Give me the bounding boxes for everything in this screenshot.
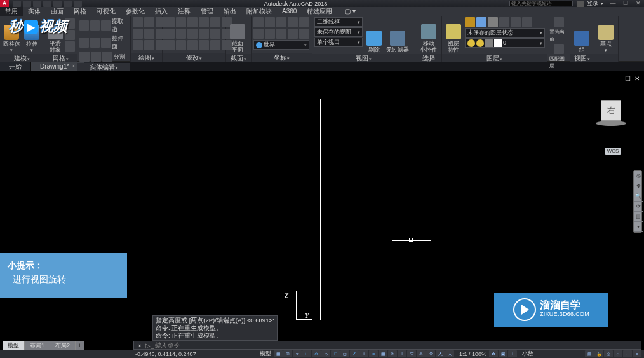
ribbon-tab-6[interactable]: 插入 xyxy=(150,7,173,16)
section-button[interactable]: 截面 平面 xyxy=(228,17,247,53)
layout-tab-1[interactable]: 布局1 xyxy=(25,341,50,350)
layout-tab-add[interactable]: + xyxy=(76,341,84,350)
layer-off-icon[interactable] xyxy=(465,17,475,27)
split-icon[interactable] xyxy=(102,52,112,62)
status-model-label[interactable]: 模型 xyxy=(257,350,274,358)
viewport-restore-icon[interactable]: ☐ xyxy=(624,75,631,82)
close-button[interactable]: ✕ xyxy=(633,0,644,7)
ribbon-tab-10[interactable]: 附加模块 xyxy=(241,7,277,16)
nav-showmotion-icon[interactable]: ▤ xyxy=(634,212,643,222)
nofilter-button[interactable]: 无过滤器 xyxy=(386,17,410,53)
status-gizmo-icon[interactable]: ⊕ xyxy=(417,350,426,357)
match-layer-icon[interactable] xyxy=(554,44,564,54)
ribbon-tab-9[interactable]: 输出 xyxy=(218,7,241,16)
join-icon[interactable] xyxy=(210,40,220,50)
layout-tab-model[interactable]: 模型 xyxy=(3,341,25,350)
intersect-icon[interactable] xyxy=(79,38,89,48)
panel-label-mesh[interactable]: 网格 xyxy=(53,55,69,62)
status-lock-icon[interactable]: 🔒 xyxy=(594,350,603,357)
qat-new-icon[interactable] xyxy=(13,1,21,7)
nav-zoom-icon[interactable]: 🔍 xyxy=(634,191,643,202)
ucs-world-icon[interactable] xyxy=(265,17,275,27)
slice-icon[interactable] xyxy=(79,52,90,62)
ucs-3point-icon[interactable] xyxy=(288,29,298,39)
file-tab-start[interactable]: 开始 xyxy=(0,62,31,71)
extend-icon[interactable] xyxy=(199,17,209,27)
help-search-input[interactable] xyxy=(509,1,573,6)
ribbon-tab-3[interactable]: 网格 xyxy=(69,7,91,16)
rotate-icon[interactable] xyxy=(176,17,186,27)
layer-props-button[interactable]: 图层 特性 xyxy=(444,17,463,53)
status-ducs-icon[interactable]: ⊥ xyxy=(398,350,406,357)
mirror-icon[interactable] xyxy=(210,17,220,27)
status-hw-icon[interactable]: ◎ xyxy=(604,350,613,357)
erase-icon[interactable] xyxy=(164,40,175,50)
ucs-z-icon[interactable] xyxy=(276,29,286,39)
ellipse-icon[interactable] xyxy=(133,40,143,50)
ucs-dropdown[interactable]: 世界 ▾ xyxy=(253,40,309,50)
base-button[interactable]: 基点 ▾ xyxy=(596,17,615,53)
layer-state-dropdown[interactable]: 未保存的图层状态▾ xyxy=(465,28,545,38)
align-icon[interactable] xyxy=(187,40,198,50)
status-autoscale-icon[interactable]: 人 xyxy=(445,350,454,357)
wcs-label[interactable]: WCS xyxy=(605,148,621,155)
panel-label-solidedit[interactable]: 实体编辑 xyxy=(90,64,119,71)
shell-icon[interactable] xyxy=(90,38,100,48)
copy-icon[interactable] xyxy=(164,29,175,39)
viewport-dropdown[interactable]: 单个视口▾ xyxy=(314,38,363,47)
layer-match-icon[interactable] xyxy=(522,17,532,27)
status-cycle-icon[interactable]: ⟳ xyxy=(388,350,397,357)
status-units-icon[interactable]: + xyxy=(508,350,517,357)
qat-plot-icon[interactable] xyxy=(53,1,62,7)
status-scale[interactable]: 1:1 / 100% xyxy=(457,351,489,357)
panel-label-view2[interactable]: 视图 xyxy=(574,55,591,62)
nav-more-icon[interactable]: ▾ xyxy=(634,222,643,232)
status-grid-icon[interactable]: ▦ xyxy=(274,350,283,357)
ribbon-tab-8[interactable]: 管理 xyxy=(196,7,218,16)
ribbon-tab-5[interactable]: 参数化 xyxy=(121,7,150,16)
polyline-icon[interactable] xyxy=(144,17,154,27)
extrude-face-icon[interactable] xyxy=(101,38,111,48)
thicken-icon[interactable] xyxy=(91,52,101,62)
ribbon-tab-1[interactable]: 实体 xyxy=(23,7,46,16)
status-units[interactable]: 小数 xyxy=(520,350,536,358)
nav-orbit-icon[interactable]: ⟳ xyxy=(634,202,643,212)
layer-lock-icon[interactable] xyxy=(488,17,498,27)
status-qprop-icon[interactable]: ▤ xyxy=(585,350,594,357)
offset-icon[interactable] xyxy=(210,29,220,39)
nav-pan-icon[interactable]: ✥ xyxy=(634,181,643,191)
viewport-close-icon[interactable]: ✕ xyxy=(633,75,640,82)
viewcube-compass[interactable] xyxy=(596,121,626,126)
status-clean-icon[interactable]: ▭ xyxy=(623,350,632,357)
status-osnap-icon[interactable]: □ xyxy=(331,350,340,357)
cull-button[interactable]: 剔除 xyxy=(365,17,384,53)
viewport-min-icon[interactable]: — xyxy=(615,75,622,82)
app-logo[interactable]: A xyxy=(0,0,9,7)
trim-icon[interactable] xyxy=(187,17,198,27)
qat-save-icon[interactable] xyxy=(33,1,41,7)
mesh-refine-icon[interactable] xyxy=(65,41,75,52)
layer-on-icon[interactable] xyxy=(511,17,521,27)
ribbon-tab-11[interactable]: A360 xyxy=(277,7,302,16)
status-monitor-icon[interactable]: ▣ xyxy=(499,350,507,357)
status-filter-icon[interactable]: ▽ xyxy=(407,350,416,357)
layer-iso-icon[interactable] xyxy=(499,17,509,27)
rectangle-icon[interactable] xyxy=(144,29,154,39)
status-snap-icon[interactable]: ⊞ xyxy=(283,350,292,357)
ucs-x-icon[interactable] xyxy=(253,29,264,39)
panel-label-layers[interactable]: 图层 xyxy=(486,55,503,62)
scale-icon[interactable] xyxy=(187,29,198,39)
qat-saveas-icon[interactable] xyxy=(43,1,51,7)
status-annovis-icon[interactable]: 人 xyxy=(436,350,445,357)
status-dyn-icon[interactable]: + xyxy=(359,350,368,357)
ucs-origin-icon[interactable] xyxy=(299,17,309,27)
viewcube[interactable]: 右 xyxy=(601,100,621,121)
explode-icon[interactable] xyxy=(176,40,186,50)
layer-dropdown[interactable]: 0 ▾ xyxy=(465,38,545,48)
ucs-y-icon[interactable] xyxy=(265,29,275,39)
status-dropdown-icon[interactable]: ▾ xyxy=(293,350,302,357)
status-lwt-icon[interactable]: ≡ xyxy=(369,350,378,357)
gizmo-button[interactable]: 移动 小控件 xyxy=(417,17,439,53)
panel-label-section[interactable]: 截面 xyxy=(231,55,247,62)
status-annoscale-icon[interactable]: ⚲ xyxy=(426,350,435,357)
